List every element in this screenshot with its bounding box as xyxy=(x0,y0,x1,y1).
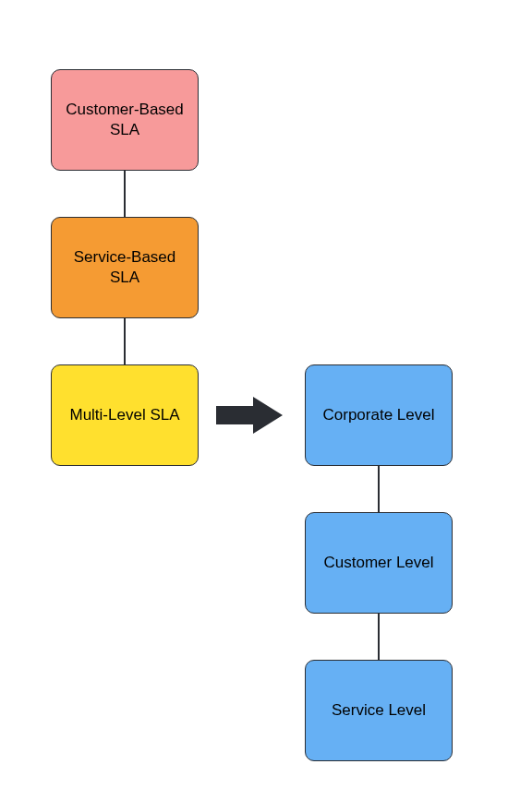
node-customer-level: Customer Level xyxy=(305,512,453,614)
node-label: Customer-Based SLA xyxy=(59,100,190,140)
connector-left-1 xyxy=(124,171,126,217)
node-service-level: Service Level xyxy=(305,660,453,761)
connector-right-1 xyxy=(378,466,380,512)
node-service-based-sla: Service-Based SLA xyxy=(51,217,199,318)
node-label: Corporate Level xyxy=(323,405,435,425)
node-corporate-level: Corporate Level xyxy=(305,364,453,466)
connector-left-2 xyxy=(124,318,126,364)
node-label: Customer Level xyxy=(323,553,433,573)
node-customer-based-sla: Customer-Based SLA xyxy=(51,69,199,171)
node-multi-level-sla: Multi-Level SLA xyxy=(51,364,199,466)
node-label: Service Level xyxy=(332,700,426,721)
arrow-right-icon xyxy=(212,395,286,436)
connector-right-2 xyxy=(378,614,380,660)
node-label: Multi-Level SLA xyxy=(69,405,179,425)
node-label: Service-Based SLA xyxy=(59,247,190,288)
